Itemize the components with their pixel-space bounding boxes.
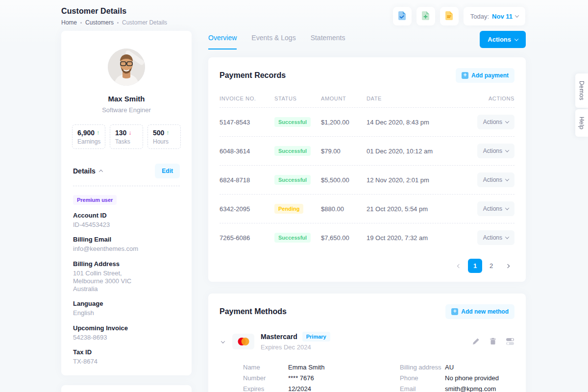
detail-row: NameEmma Smith xyxy=(243,362,388,372)
chevron-down-icon xyxy=(505,177,509,181)
detail-label: Billing address xyxy=(400,364,445,371)
file-add-button[interactable] xyxy=(416,7,435,25)
payment-records-title: Payment Records xyxy=(220,71,286,80)
tab-events-logs[interactable]: Events & Logs xyxy=(251,31,295,49)
invoice-number: 6342-2095 xyxy=(220,205,274,213)
date: 19 Oct 2020, 7:32 am xyxy=(367,234,470,242)
date: 01 Dec 2020, 10:12 am xyxy=(367,147,470,155)
today-value: Nov 11 xyxy=(492,13,513,20)
header-controls: Today: Nov 11 xyxy=(393,7,525,25)
tab-statements[interactable]: Statements xyxy=(311,31,345,49)
detail-label: Name xyxy=(243,364,288,371)
row-actions-button[interactable]: Actions xyxy=(477,172,514,187)
details-title: Details xyxy=(73,167,96,175)
add-payment-label: Add payment xyxy=(471,72,509,79)
field-label: Upcoming Invoice xyxy=(73,324,180,332)
tabs-row: Overview Events & Logs Statements Action… xyxy=(208,31,526,49)
method-actions xyxy=(472,338,514,345)
status-badge: Successful xyxy=(274,175,311,185)
row-actions-button[interactable]: Actions xyxy=(477,144,514,158)
file-check-icon xyxy=(398,11,406,22)
chevron-down-icon xyxy=(514,37,518,41)
card-expiry: Expires Dec 2024 xyxy=(261,343,330,351)
stat-value: 130 xyxy=(115,129,126,137)
col-date: Date xyxy=(367,96,470,101)
chevron-left-icon xyxy=(457,264,461,268)
breadcrumb-home[interactable]: Home xyxy=(61,19,77,26)
add-new-method-button[interactable]: + Add new method xyxy=(445,304,514,319)
add-payment-button[interactable]: + Add payment xyxy=(456,68,514,83)
field-language: Language English xyxy=(73,300,180,317)
table-row: 7265-6086 Successful $7,650.00 19 Oct 20… xyxy=(220,223,514,252)
row-actions-label: Actions xyxy=(483,234,502,241)
file-check-button[interactable] xyxy=(393,7,412,25)
delete-trash-icon[interactable] xyxy=(490,338,496,345)
row-actions-label: Actions xyxy=(483,147,502,154)
detail-row: Number**** 7676 xyxy=(243,372,388,383)
edit-pencil-icon[interactable] xyxy=(472,338,480,345)
breadcrumb-separator xyxy=(80,22,82,24)
col-actions: Actions xyxy=(489,96,514,101)
pagination-prev-button[interactable] xyxy=(452,259,466,273)
invoice-number: 6048-3614 xyxy=(220,147,274,155)
col-status: Status xyxy=(274,96,321,101)
side-tab-help[interactable]: Help xyxy=(575,109,588,137)
trend-up-icon: ↑ xyxy=(97,129,99,136)
details-toggle[interactable]: Details xyxy=(73,167,102,175)
method-details-right: Billing addressAU PhoneNo phone provided… xyxy=(400,362,514,392)
table-row: 6824-8718 Successful $5,500.00 12 Nov 20… xyxy=(220,166,514,195)
chevron-down-icon xyxy=(221,339,225,343)
method-details: NameEmma Smith Number**** 7676 Expires12… xyxy=(243,362,514,392)
detail-label: Number xyxy=(243,374,288,382)
table-row: 6342-2095 Pending $880.00 21 Oct 2020, 5… xyxy=(220,195,514,223)
left-column: Max Smith Software Enginer 6,900↑ Earnin… xyxy=(61,31,192,392)
actions-button-label: Actions xyxy=(488,36,511,43)
payment-methods-header: Payment Methods + Add new method xyxy=(220,304,514,319)
invoice-number: 7265-6086 xyxy=(220,234,274,242)
customer-name: Max Smith xyxy=(73,95,180,103)
field-label: Billing Address xyxy=(73,260,180,268)
date-picker[interactable]: Today: Nov 11 xyxy=(464,7,525,25)
trend-down-icon: ↓ xyxy=(128,129,131,136)
file-notes-button[interactable] xyxy=(440,7,459,25)
field-value: ID-45453423 xyxy=(73,221,180,229)
payment-records-header: Payment Records + Add payment xyxy=(220,68,514,83)
collapse-toggle[interactable] xyxy=(220,336,226,347)
pagination-next-button[interactable] xyxy=(500,259,514,273)
settings-toggles-icon[interactable] xyxy=(506,338,514,345)
pagination-page-2[interactable]: 2 xyxy=(484,259,498,273)
right-column: Overview Events & Logs Statements Action… xyxy=(208,31,526,392)
payment-methods-card: Payment Methods + Add new method Masterc… xyxy=(208,294,526,392)
row-actions-label: Actions xyxy=(483,205,502,212)
col-invoice: Invoice No. xyxy=(220,96,274,101)
avatar xyxy=(108,49,145,86)
stat-label: Tasks xyxy=(115,138,138,145)
row-actions-button[interactable]: Actions xyxy=(477,230,514,245)
row-actions-label: Actions xyxy=(483,176,502,183)
row-actions-button[interactable]: Actions xyxy=(477,201,514,216)
detail-value: No phone provided xyxy=(445,374,499,382)
invoice-number: 5147-8543 xyxy=(220,119,274,126)
payment-methods-title: Payment Methods xyxy=(220,307,287,316)
invoice-number: 6824-8718 xyxy=(220,176,274,184)
status-badge: Successful xyxy=(274,233,311,243)
tab-overview[interactable]: Overview xyxy=(208,31,237,49)
file-add-icon xyxy=(421,11,430,22)
field-value: 101 Collin Street, Melbourne 3000 VIC Au… xyxy=(73,270,180,294)
field-billing-email: Billing Email info@keenthemes.com xyxy=(73,236,180,253)
side-tab-demos[interactable]: Demos xyxy=(575,74,588,108)
row-actions-button[interactable]: Actions xyxy=(477,115,514,129)
detail-value: AU xyxy=(445,364,454,371)
actions-button[interactable]: Actions xyxy=(480,31,526,48)
stat-value: 6,900 xyxy=(77,129,95,137)
chevron-down-icon xyxy=(505,148,509,152)
detail-row: PhoneNo phone provided xyxy=(400,372,514,383)
premium-user-badge: Premium user xyxy=(73,195,117,205)
edit-button[interactable]: Edit xyxy=(155,164,180,178)
breadcrumb-customers[interactable]: Customers xyxy=(85,19,114,26)
detail-label: Expires xyxy=(243,385,288,392)
add-method-label: Add new method xyxy=(461,308,509,315)
table-row: 6048-3614 Successful $79.00 01 Dec 2020,… xyxy=(220,137,514,166)
col-amount: Amount xyxy=(321,96,367,101)
pagination-page-1[interactable]: 1 xyxy=(468,259,482,273)
